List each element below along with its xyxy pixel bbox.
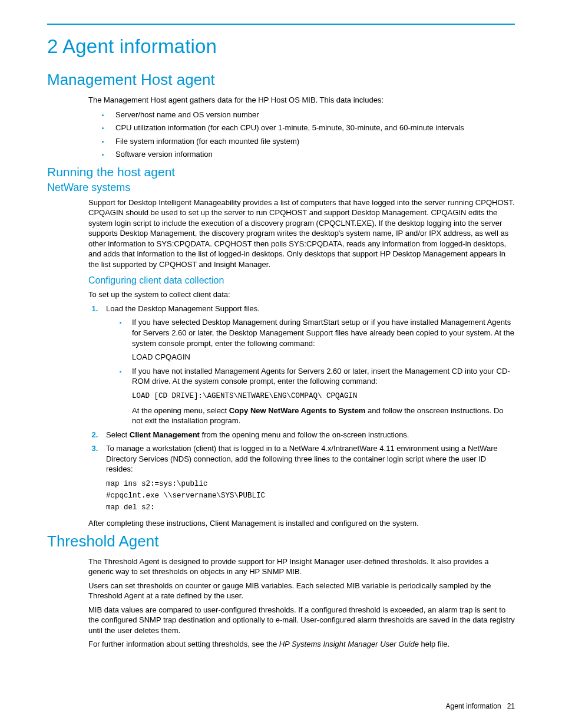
bullet-item: Software version information xyxy=(110,149,515,160)
section-threshold-agent: Threshold Agent xyxy=(47,532,515,551)
config-intro: To set up the system to collect client d… xyxy=(88,289,515,300)
mha-intro: The Management Host agent gathers data f… xyxy=(88,95,515,106)
step-3: To manage a workstation (client) that is… xyxy=(100,443,515,513)
footer-page-number: 21 xyxy=(507,702,515,710)
italic-text: HP Systems Insight Manager User Guide xyxy=(279,640,419,648)
document-page: 2 Agent information Management Host agen… xyxy=(0,0,562,728)
step-1-subbullets: If you have selected Desktop Management … xyxy=(106,317,515,426)
netware-para: Support for Desktop Intelligent Manageab… xyxy=(88,197,515,270)
ta-p1: The Threshold Agent is designed to provi… xyxy=(88,556,515,577)
bullet-item: CPU utilization information (for each CP… xyxy=(110,122,515,134)
section-management-host-agent: Management Host agent xyxy=(47,71,515,89)
section-netware-systems: NetWare systems xyxy=(47,182,515,194)
section-running-host-agent: Running the host agent xyxy=(47,165,515,179)
sub-bullet: If you have not installed Management Age… xyxy=(127,366,515,426)
step-1-text: Load the Desktop Management Support file… xyxy=(106,304,260,313)
chapter-title: 2 Agent information xyxy=(47,35,515,58)
section-configuring-client-data: Configuring client data collection xyxy=(88,275,515,286)
sub-bullet: If you have selected Desktop Management … xyxy=(127,317,515,362)
command-line: LOAD [CD DRIVE]:\AGENTS\NETWARE\ENG\COMP… xyxy=(132,390,515,402)
sub-bullet-text: If you have selected Desktop Management … xyxy=(132,318,514,347)
command-block: map ins s2:=sys:\public #cpqclnt.exe \\s… xyxy=(106,478,515,513)
ta-p3: MIB data values are compared to user-con… xyxy=(88,605,515,636)
top-rule xyxy=(47,24,515,25)
step-1: Load the Desktop Management Support file… xyxy=(100,304,515,426)
bold-text: Copy New NetWare Agents to System xyxy=(229,406,366,415)
bullet-item: File system information (for each mounte… xyxy=(110,136,515,147)
command-line: LOAD CPQAGIN xyxy=(132,352,515,363)
page-footer: Agent information 21 xyxy=(446,702,515,710)
step-3-text: To manage a workstation (client) that is… xyxy=(106,444,498,473)
mha-bullets: Server/host name and OS version number C… xyxy=(88,109,515,160)
ta-p4: For further information about setting th… xyxy=(88,639,515,650)
config-steps: Load the Desktop Management Support file… xyxy=(88,304,515,513)
sub-bullet-text: If you have not installed Management Age… xyxy=(132,367,510,386)
sub-bullet-after: At the opening menu, select Copy New Net… xyxy=(132,406,515,426)
bold-text: Client Management xyxy=(130,430,200,439)
footer-section: Agent information xyxy=(446,702,501,710)
bullet-item: Server/host name and OS version number xyxy=(110,109,515,121)
step-2: Select Client Management from the openin… xyxy=(100,430,515,440)
config-outro: After completing these instructions, Cli… xyxy=(88,518,515,529)
ta-p2: Users can set thresholds on counter or g… xyxy=(88,581,515,601)
